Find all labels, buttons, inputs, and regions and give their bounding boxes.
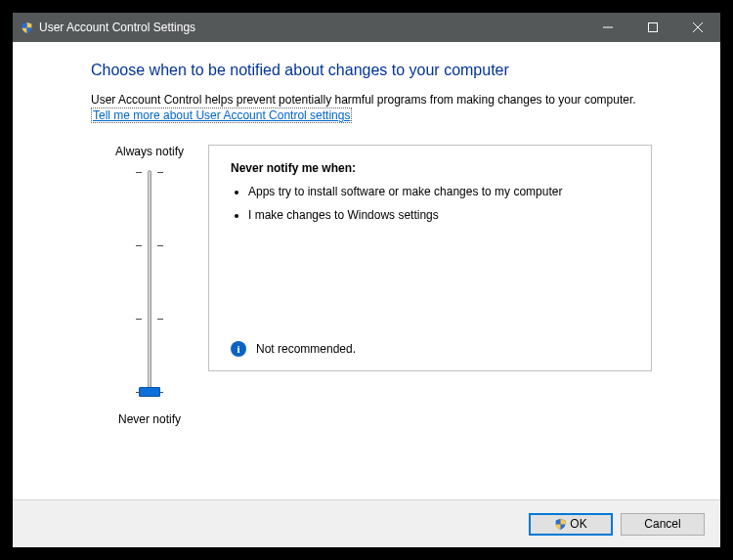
ok-button[interactable]: OK [529, 513, 613, 536]
description-list: Apps try to install software or make cha… [231, 185, 629, 222]
description-box: Never notify me when: Apps try to instal… [208, 145, 652, 371]
slider-tick [136, 172, 142, 173]
page-heading: Choose when to be notified about changes… [91, 62, 652, 79]
help-text: User Account Control helps prevent poten… [91, 93, 652, 107]
ok-label: OK [570, 517, 586, 531]
titlebar: User Account Control Settings [13, 13, 720, 42]
slider-thumb[interactable] [139, 387, 160, 397]
minimize-icon [603, 22, 613, 32]
minimize-button[interactable] [585, 13, 630, 42]
cancel-label: Cancel [644, 517, 680, 531]
body: Always notify Never notify Never notify … [91, 145, 652, 426]
maximize-button[interactable] [630, 13, 675, 42]
description-bullet: I make changes to Windows settings [248, 208, 629, 222]
maximize-icon [648, 22, 658, 32]
slider-tick [157, 172, 163, 173]
cancel-button[interactable]: Cancel [621, 513, 705, 536]
slider-tick [136, 245, 142, 246]
slider-label-top: Always notify [91, 145, 208, 158]
info-icon: i [231, 341, 246, 357]
description-bullet: Apps try to install software or make cha… [248, 185, 629, 198]
content: Choose when to be notified about changes… [13, 42, 720, 499]
slider-column: Always notify Never notify [91, 145, 208, 426]
svg-rect-1 [649, 23, 658, 32]
recommendation-note: i Not recommended. [231, 341, 356, 357]
notification-slider[interactable] [91, 170, 208, 395]
uac-window: User Account Control Settings Choose whe… [12, 12, 721, 548]
slider-rail [148, 170, 151, 395]
slider-tick [157, 245, 163, 246]
button-bar: OK Cancel [13, 499, 720, 547]
learn-more-link[interactable]: Tell me more about User Account Control … [91, 108, 352, 123]
shield-icon [21, 22, 33, 34]
slider-label-bottom: Never notify [91, 412, 208, 426]
shield-icon [554, 518, 567, 531]
close-button[interactable] [675, 13, 720, 42]
close-icon [693, 22, 703, 32]
description-title: Never notify me when: [231, 161, 356, 175]
slider-tick [157, 319, 163, 320]
window-buttons [585, 13, 720, 42]
window-title: User Account Control Settings [39, 21, 195, 34]
slider-tick [136, 319, 142, 320]
recommendation-text: Not recommended. [256, 342, 356, 356]
